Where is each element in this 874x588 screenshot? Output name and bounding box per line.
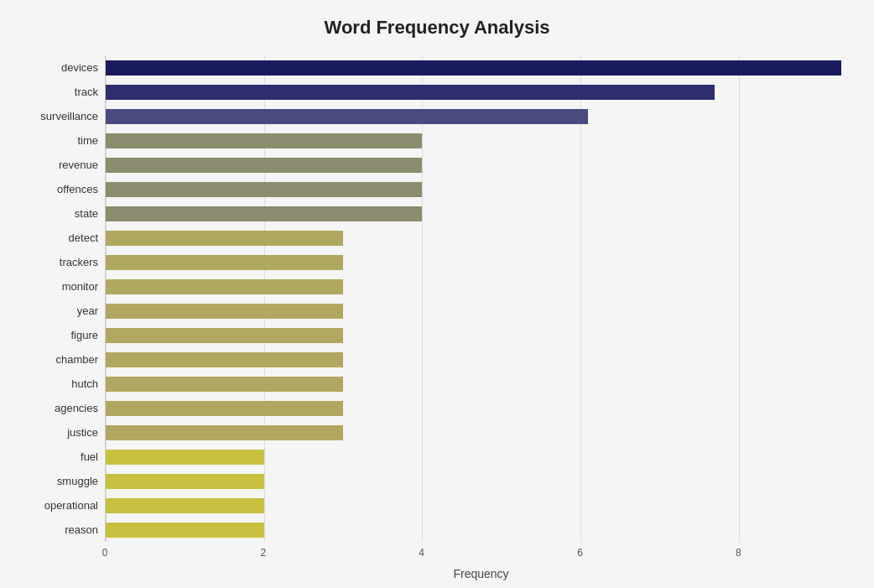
bar-row bbox=[106, 253, 857, 272]
bar-row bbox=[106, 132, 857, 150]
grid-line bbox=[739, 55, 740, 542]
bar-row bbox=[106, 180, 857, 199]
x-tick: 4 bbox=[419, 547, 424, 559]
grid-line bbox=[264, 55, 265, 542]
y-label: detect bbox=[69, 232, 98, 243]
bar-devices bbox=[106, 60, 841, 75]
x-axis-label: Frequency bbox=[105, 567, 857, 580]
bar-chamber bbox=[106, 352, 343, 367]
y-label: offences bbox=[57, 184, 98, 195]
bar-year bbox=[106, 304, 343, 319]
bar-row bbox=[106, 448, 857, 466]
y-axis: devicestracksurveillancetimerevenueoffen… bbox=[17, 55, 105, 542]
bar-row bbox=[106, 205, 857, 223]
bar-row bbox=[106, 302, 857, 320]
plot-area bbox=[105, 55, 857, 542]
bar-row bbox=[106, 399, 857, 418]
bar-track bbox=[106, 85, 715, 100]
bar-row bbox=[106, 424, 857, 442]
y-label: trackers bbox=[60, 257, 98, 268]
bar-trackers bbox=[106, 255, 343, 270]
x-tick: 8 bbox=[736, 547, 741, 559]
y-label: year bbox=[77, 305, 98, 316]
x-tick: 0 bbox=[102, 547, 108, 559]
bar-row bbox=[106, 351, 857, 369]
bar-figure bbox=[106, 328, 343, 343]
y-label: operational bbox=[44, 500, 98, 511]
bar-offences bbox=[106, 182, 422, 197]
bar-smuggle bbox=[106, 474, 264, 489]
y-label: hutch bbox=[71, 378, 98, 389]
y-label: chamber bbox=[55, 354, 98, 365]
bar-surveillance bbox=[106, 109, 588, 124]
y-label: revenue bbox=[59, 159, 98, 170]
y-label: time bbox=[77, 135, 98, 146]
x-tick: 6 bbox=[577, 547, 583, 559]
chart-title: Word Frequency Analysis bbox=[17, 17, 857, 39]
chart-container: Word Frequency Analysis devicestracksurv… bbox=[0, 0, 874, 588]
chart-area: devicestracksurveillancetimerevenueoffen… bbox=[17, 55, 857, 542]
bar-fuel bbox=[106, 450, 264, 465]
y-label: justice bbox=[67, 427, 98, 438]
y-label: fuel bbox=[81, 451, 98, 462]
y-label: monitor bbox=[62, 281, 98, 292]
y-label: agencies bbox=[55, 403, 98, 414]
bar-row bbox=[106, 59, 857, 77]
y-label: surveillance bbox=[40, 111, 98, 122]
bar-row bbox=[106, 278, 857, 296]
bar-hutch bbox=[106, 377, 343, 392]
bar-row bbox=[106, 472, 857, 491]
bar-agencies bbox=[106, 401, 343, 416]
y-label: reason bbox=[65, 524, 98, 535]
x-tick: 2 bbox=[260, 547, 266, 559]
bar-justice bbox=[106, 425, 343, 440]
y-label: track bbox=[75, 86, 98, 97]
bar-operational bbox=[106, 498, 264, 513]
bar-row bbox=[106, 229, 857, 247]
bar-time bbox=[106, 133, 422, 148]
y-label: figure bbox=[70, 330, 98, 341]
bar-revenue bbox=[106, 158, 422, 173]
bar-row bbox=[106, 497, 857, 515]
y-label: state bbox=[75, 208, 98, 219]
grid-line bbox=[580, 55, 581, 542]
bar-row bbox=[106, 326, 857, 345]
bar-monitor bbox=[106, 279, 343, 294]
bar-row bbox=[106, 107, 857, 126]
bar-row bbox=[106, 375, 857, 393]
bar-row bbox=[106, 83, 857, 101]
bar-state bbox=[106, 206, 422, 221]
y-label: devices bbox=[61, 62, 98, 73]
bar-row bbox=[106, 156, 857, 174]
grid-line bbox=[106, 55, 107, 542]
bar-reason bbox=[106, 523, 264, 538]
y-label: smuggle bbox=[57, 476, 98, 487]
grid-line bbox=[422, 55, 423, 542]
x-axis: 02468 bbox=[105, 547, 857, 564]
bar-row bbox=[106, 521, 857, 539]
bar-detect bbox=[106, 231, 343, 246]
